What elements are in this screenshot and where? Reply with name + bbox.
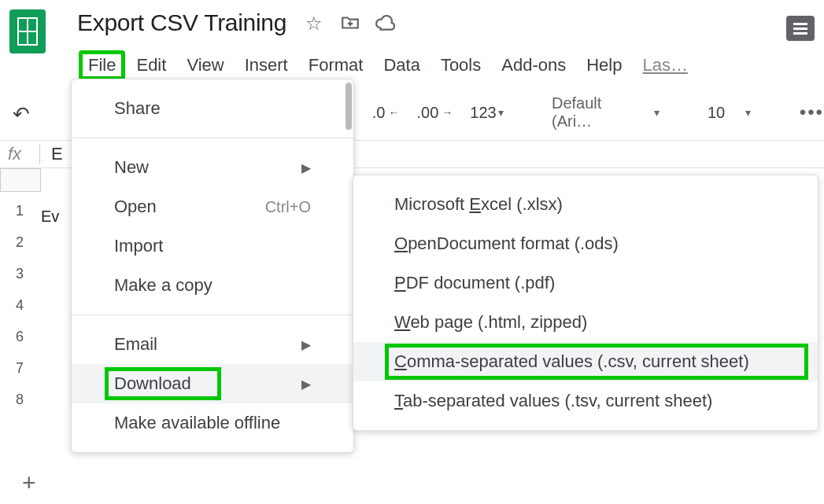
fx-label: fx — [8, 144, 39, 164]
menu-data[interactable]: Data — [374, 50, 429, 80]
submenu-arrow-icon: ▶ — [301, 377, 311, 392]
cloud-status-icon[interactable] — [375, 13, 395, 33]
row-header[interactable]: 7 — [0, 352, 39, 384]
submenu-arrow-icon: ▶ — [301, 160, 311, 175]
menu-help[interactable]: Help — [577, 50, 631, 80]
download-submenu: Microsoft Excel (.xlsx) OpenDocument for… — [353, 175, 818, 431]
select-all-corner[interactable] — [0, 168, 41, 192]
menu-file[interactable]: File — [79, 50, 125, 80]
download-tsv[interactable]: Tab-separated values (.tsv, current shee… — [353, 381, 818, 421]
sheet-grid: 1 2 3 4 6 7 8 — [0, 168, 72, 455]
menu-insert[interactable]: Insert — [235, 50, 297, 80]
row-header[interactable]: 4 — [0, 289, 39, 321]
file-menu-open[interactable]: OpenCtrl+O — [72, 187, 353, 226]
row-header[interactable]: 2 — [0, 226, 39, 258]
file-menu-dropdown: Share New▶ OpenCtrl+O Import Make a copy… — [71, 79, 354, 453]
download-web[interactable]: Web page (.html, zipped) — [353, 303, 818, 342]
file-menu-download[interactable]: Download▶ — [72, 364, 353, 403]
row-header[interactable]: 6 — [0, 321, 39, 352]
download-ods[interactable]: OpenDocument format (.ods) — [353, 224, 818, 263]
document-title[interactable]: Export CSV Training — [77, 9, 286, 36]
font-family-select[interactable]: Default (Ari… ▾ — [552, 94, 660, 131]
sheets-logo-icon[interactable] — [9, 9, 46, 53]
cell-a1-content[interactable]: Ev — [41, 208, 59, 226]
download-csv[interactable]: Comma-separated values (.csv, current sh… — [353, 342, 818, 381]
download-xlsx[interactable]: Microsoft Excel (.xlsx) — [353, 185, 818, 224]
submenu-arrow-icon: ▶ — [301, 337, 311, 352]
row-header[interactable]: 3 — [0, 258, 39, 289]
download-pdf[interactable]: PDF document (.pdf) — [353, 263, 818, 303]
menu-edit[interactable]: Edit — [127, 50, 176, 80]
add-sheet-button[interactable]: + — [22, 469, 36, 496]
menu-tools[interactable]: Tools — [431, 50, 490, 80]
menu-addons[interactable]: Add-ons — [492, 50, 575, 80]
font-size-select[interactable]: 10 ▾ — [708, 104, 751, 122]
menu-last-edit[interactable]: Las… — [633, 50, 697, 80]
shortcut-label: Ctrl+O — [265, 198, 311, 216]
toolbar-overflow-button[interactable]: ••• — [800, 101, 824, 123]
menu-view[interactable]: View — [177, 50, 233, 80]
file-menu-new[interactable]: New▶ — [72, 148, 353, 187]
formula-content[interactable]: E — [39, 144, 63, 164]
menubar: File Edit View Insert Format Data Tools … — [79, 50, 697, 80]
menu-scrollbar[interactable] — [345, 83, 352, 130]
menu-format[interactable]: Format — [299, 50, 373, 80]
comments-button[interactable] — [786, 16, 815, 41]
file-menu-import[interactable]: Import — [72, 226, 353, 266]
increase-decimal-button[interactable]: .00→ — [416, 104, 453, 122]
move-folder-icon[interactable] — [340, 13, 360, 33]
file-menu-offline[interactable]: Make available offline — [72, 403, 353, 443]
file-menu-share[interactable]: Share — [72, 89, 353, 128]
number-format-button[interactable]: 123▾ — [470, 104, 503, 122]
star-icon[interactable]: ☆ — [305, 13, 326, 33]
row-header[interactable]: 1 — [0, 195, 39, 226]
row-header[interactable]: 8 — [0, 384, 39, 415]
file-menu-email[interactable]: Email▶ — [72, 325, 353, 364]
file-menu-make-copy[interactable]: Make a copy — [72, 266, 353, 305]
decrease-decimal-button[interactable]: .0← — [372, 104, 400, 122]
